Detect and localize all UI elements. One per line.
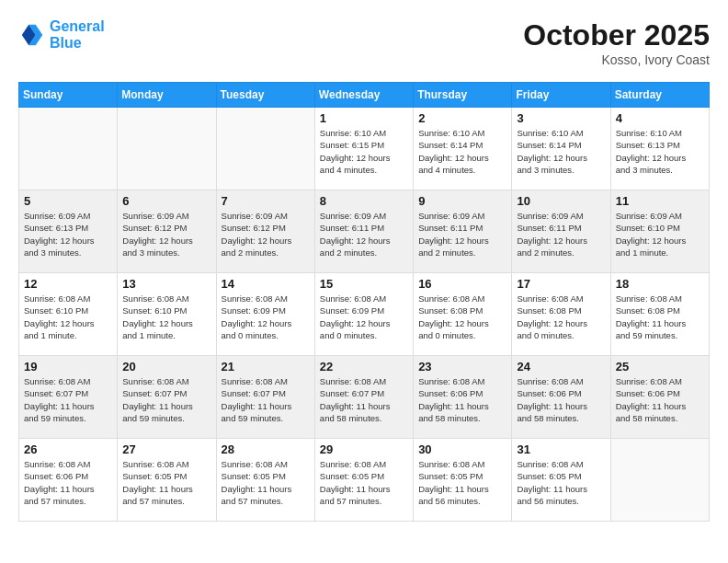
- day-number: 23: [418, 360, 506, 373]
- day-number: 30: [418, 442, 506, 456]
- day-info: Sunrise: 6:10 AM Sunset: 6:13 PM Dayligh…: [616, 127, 704, 176]
- day-cell: 6Sunrise: 6:09 AM Sunset: 6:12 PM Daylig…: [118, 190, 216, 273]
- day-number: 19: [24, 360, 112, 373]
- weekday-header-row: SundayMondayTuesdayWednesdayThursdayFrid…: [19, 83, 710, 108]
- day-cell: 2Sunrise: 6:10 AM Sunset: 6:14 PM Daylig…: [414, 108, 512, 190]
- day-cell: 23Sunrise: 6:08 AM Sunset: 6:06 PM Dayli…: [414, 356, 512, 439]
- day-cell: 24Sunrise: 6:08 AM Sunset: 6:06 PM Dayli…: [512, 356, 610, 439]
- day-number: 3: [517, 111, 605, 125]
- day-number: 8: [320, 194, 408, 208]
- calendar-grid: SundayMondayTuesdayWednesdayThursdayFrid…: [18, 82, 710, 522]
- location: Kosso, Ivory Coast: [523, 52, 710, 67]
- day-info: Sunrise: 6:09 AM Sunset: 6:11 PM Dayligh…: [320, 210, 408, 259]
- day-cell: 7Sunrise: 6:09 AM Sunset: 6:12 PM Daylig…: [216, 190, 314, 273]
- day-cell: 1Sunrise: 6:10 AM Sunset: 6:15 PM Daylig…: [314, 108, 413, 190]
- day-cell: 22Sunrise: 6:08 AM Sunset: 6:07 PM Dayli…: [314, 356, 413, 439]
- day-cell: 4Sunrise: 6:10 AM Sunset: 6:13 PM Daylig…: [610, 108, 709, 190]
- day-info: Sunrise: 6:08 AM Sunset: 6:09 PM Dayligh…: [222, 293, 310, 341]
- day-info: Sunrise: 6:08 AM Sunset: 6:07 PM Dayligh…: [222, 375, 310, 424]
- day-info: Sunrise: 6:08 AM Sunset: 6:06 PM Dayligh…: [418, 375, 506, 424]
- day-cell: 3Sunrise: 6:10 AM Sunset: 6:14 PM Daylig…: [512, 108, 610, 190]
- day-info: Sunrise: 6:09 AM Sunset: 6:11 PM Dayligh…: [517, 210, 605, 259]
- day-number: 21: [222, 360, 310, 373]
- day-info: Sunrise: 6:09 AM Sunset: 6:11 PM Dayligh…: [418, 210, 506, 259]
- logo: General Blue: [18, 18, 105, 51]
- day-cell: 8Sunrise: 6:09 AM Sunset: 6:11 PM Daylig…: [314, 190, 413, 273]
- day-info: Sunrise: 6:09 AM Sunset: 6:10 PM Dayligh…: [616, 210, 704, 259]
- day-info: Sunrise: 6:08 AM Sunset: 6:08 PM Dayligh…: [517, 293, 605, 341]
- day-info: Sunrise: 6:08 AM Sunset: 6:06 PM Dayligh…: [24, 458, 112, 507]
- day-info: Sunrise: 6:08 AM Sunset: 6:05 PM Dayligh…: [418, 458, 506, 507]
- calendar-container: General Blue October 2025 Kosso, Ivory C…: [0, 0, 728, 563]
- day-info: Sunrise: 6:09 AM Sunset: 6:13 PM Dayligh…: [24, 210, 112, 259]
- day-info: Sunrise: 6:08 AM Sunset: 6:05 PM Dayligh…: [122, 458, 210, 507]
- day-number: 28: [222, 442, 310, 456]
- day-info: Sunrise: 6:08 AM Sunset: 6:08 PM Dayligh…: [616, 293, 704, 341]
- day-number: 11: [616, 194, 704, 208]
- day-cell: [610, 439, 709, 522]
- day-number: 18: [616, 277, 704, 291]
- day-cell: 12Sunrise: 6:08 AM Sunset: 6:10 PM Dayli…: [19, 273, 118, 356]
- logo-line2: Blue: [50, 35, 82, 51]
- title-block: October 2025 Kosso, Ivory Coast: [523, 18, 710, 67]
- day-cell: 21Sunrise: 6:08 AM Sunset: 6:07 PM Dayli…: [216, 356, 314, 439]
- day-number: 5: [24, 194, 112, 208]
- day-number: 27: [122, 442, 210, 456]
- day-number: 7: [222, 194, 310, 208]
- day-cell: 20Sunrise: 6:08 AM Sunset: 6:07 PM Dayli…: [118, 356, 216, 439]
- day-cell: 27Sunrise: 6:08 AM Sunset: 6:05 PM Dayli…: [118, 439, 216, 522]
- day-info: Sunrise: 6:10 AM Sunset: 6:14 PM Dayligh…: [517, 127, 605, 176]
- week-row-1: 1Sunrise: 6:10 AM Sunset: 6:15 PM Daylig…: [19, 108, 710, 190]
- day-info: Sunrise: 6:08 AM Sunset: 6:07 PM Dayligh…: [24, 375, 112, 424]
- weekday-header-wednesday: Wednesday: [314, 83, 413, 108]
- day-info: Sunrise: 6:08 AM Sunset: 6:06 PM Dayligh…: [616, 375, 704, 424]
- day-number: 1: [320, 111, 408, 125]
- day-cell: [118, 108, 216, 190]
- weekday-header-saturday: Saturday: [610, 83, 709, 108]
- day-number: 31: [517, 442, 605, 456]
- day-info: Sunrise: 6:08 AM Sunset: 6:05 PM Dayligh…: [222, 458, 310, 507]
- day-number: 25: [616, 360, 704, 373]
- day-number: 14: [222, 277, 310, 291]
- day-cell: 11Sunrise: 6:09 AM Sunset: 6:10 PM Dayli…: [610, 190, 709, 273]
- week-row-2: 5Sunrise: 6:09 AM Sunset: 6:13 PM Daylig…: [19, 190, 710, 273]
- day-cell: 25Sunrise: 6:08 AM Sunset: 6:06 PM Dayli…: [610, 356, 709, 439]
- week-row-3: 12Sunrise: 6:08 AM Sunset: 6:10 PM Dayli…: [19, 273, 710, 356]
- day-number: 2: [418, 111, 506, 125]
- day-info: Sunrise: 6:08 AM Sunset: 6:06 PM Dayligh…: [517, 375, 605, 424]
- header: General Blue October 2025 Kosso, Ivory C…: [18, 18, 710, 67]
- day-info: Sunrise: 6:09 AM Sunset: 6:12 PM Dayligh…: [122, 210, 210, 259]
- month-title: October 2025: [523, 18, 710, 52]
- day-cell: 14Sunrise: 6:08 AM Sunset: 6:09 PM Dayli…: [216, 273, 314, 356]
- day-cell: 5Sunrise: 6:09 AM Sunset: 6:13 PM Daylig…: [19, 190, 118, 273]
- day-cell: 18Sunrise: 6:08 AM Sunset: 6:08 PM Dayli…: [610, 273, 709, 356]
- day-info: Sunrise: 6:08 AM Sunset: 6:05 PM Dayligh…: [517, 458, 605, 507]
- day-info: Sunrise: 6:10 AM Sunset: 6:15 PM Dayligh…: [320, 127, 408, 176]
- weekday-header-thursday: Thursday: [414, 83, 512, 108]
- day-cell: 19Sunrise: 6:08 AM Sunset: 6:07 PM Dayli…: [19, 356, 118, 439]
- day-cell: 17Sunrise: 6:08 AM Sunset: 6:08 PM Dayli…: [512, 273, 610, 356]
- day-cell: 10Sunrise: 6:09 AM Sunset: 6:11 PM Dayli…: [512, 190, 610, 273]
- logo-icon: [18, 21, 46, 49]
- day-number: 17: [517, 277, 605, 291]
- day-number: 29: [320, 442, 408, 456]
- day-info: Sunrise: 6:08 AM Sunset: 6:05 PM Dayligh…: [320, 458, 408, 507]
- logo-line1: General: [50, 18, 105, 34]
- day-number: 26: [24, 442, 112, 456]
- day-info: Sunrise: 6:08 AM Sunset: 6:10 PM Dayligh…: [24, 293, 112, 341]
- day-cell: 31Sunrise: 6:08 AM Sunset: 6:05 PM Dayli…: [512, 439, 610, 522]
- day-number: 9: [418, 194, 506, 208]
- weekday-header-tuesday: Tuesday: [216, 83, 314, 108]
- day-info: Sunrise: 6:08 AM Sunset: 6:10 PM Dayligh…: [122, 293, 210, 341]
- day-cell: [216, 108, 314, 190]
- day-number: 13: [122, 277, 210, 291]
- day-number: 20: [122, 360, 210, 373]
- day-cell: 26Sunrise: 6:08 AM Sunset: 6:06 PM Dayli…: [19, 439, 118, 522]
- weekday-header-monday: Monday: [118, 83, 216, 108]
- day-number: 4: [616, 111, 704, 125]
- logo-text: General Blue: [50, 18, 105, 51]
- day-number: 12: [24, 277, 112, 291]
- day-cell: 16Sunrise: 6:08 AM Sunset: 6:08 PM Dayli…: [414, 273, 512, 356]
- day-number: 16: [418, 277, 506, 291]
- day-cell: 13Sunrise: 6:08 AM Sunset: 6:10 PM Dayli…: [118, 273, 216, 356]
